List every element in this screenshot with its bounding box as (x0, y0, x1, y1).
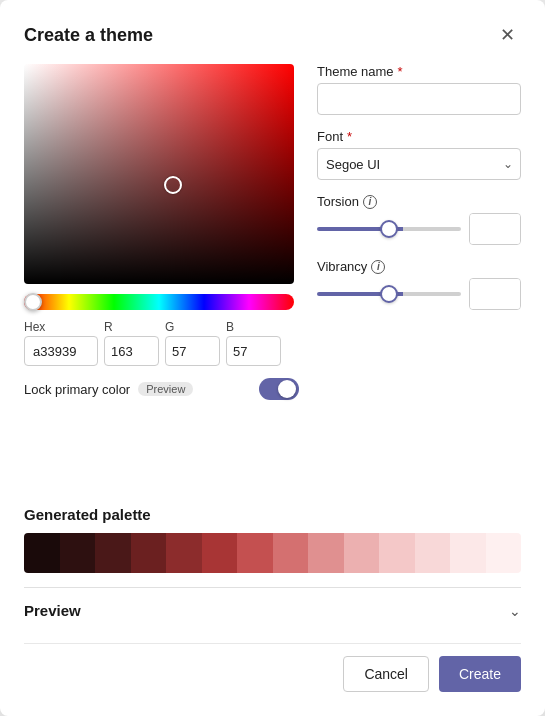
hex-label: Hex (24, 320, 98, 334)
close-button[interactable]: ✕ (494, 24, 521, 46)
hex-group: Hex (24, 320, 98, 366)
b-input[interactable] (226, 336, 281, 366)
vibrancy-value[interactable]: 0 (470, 279, 521, 309)
dialog-header: Create a theme ✕ (24, 24, 521, 46)
font-select[interactable]: Segoe UI Arial Calibri Times New Roman (317, 148, 521, 180)
font-select-wrap: Segoe UI Arial Calibri Times New Roman ⌄ (317, 148, 521, 180)
lock-primary-toggle[interactable] (259, 378, 299, 400)
font-required: * (347, 129, 352, 144)
palette-swatch (308, 533, 344, 573)
theme-name-label: Theme name * (317, 64, 521, 79)
vibrancy-field: Vibrancy i 0 ▲ ▼ (317, 259, 521, 310)
palette-swatch (202, 533, 238, 573)
torsion-slider[interactable] (317, 227, 461, 231)
color-picker-canvas[interactable] (24, 64, 294, 284)
preview-badge: Preview (138, 382, 193, 396)
torsion-field: Torsion i 0 ▲ ▼ (317, 194, 521, 245)
chevron-down-icon: ⌄ (509, 603, 521, 619)
palette-swatch (166, 533, 202, 573)
palette-swatch (379, 533, 415, 573)
right-panel: Theme name * Font * Segoe UI Arial Calib… (317, 64, 521, 488)
b-group: B (226, 320, 281, 366)
palette-swatch (95, 533, 131, 573)
palette-swatch (344, 533, 380, 573)
theme-name-required: * (398, 64, 403, 79)
g-label: G (165, 320, 220, 334)
create-theme-dialog: Create a theme ✕ Hex R (0, 0, 545, 716)
palette-swatch (486, 533, 522, 573)
vibrancy-slider[interactable] (317, 292, 461, 296)
palette-swatch (24, 533, 60, 573)
b-label: B (226, 320, 281, 334)
theme-name-field: Theme name * (317, 64, 521, 115)
r-group: R (104, 320, 159, 366)
font-label: Font * (317, 129, 521, 144)
palette-swatch (131, 533, 167, 573)
palette-swatch (450, 533, 486, 573)
torsion-slider-row: 0 ▲ ▼ (317, 213, 521, 245)
torsion-spinner: 0 ▲ ▼ (469, 213, 521, 245)
theme-name-input[interactable] (317, 83, 521, 115)
palette-swatch (415, 533, 451, 573)
vibrancy-slider-row: 0 ▲ ▼ (317, 278, 521, 310)
font-field: Font * Segoe UI Arial Calibri Times New … (317, 129, 521, 180)
dialog-footer: Cancel Create (24, 643, 521, 692)
hue-slider-wrap (24, 294, 294, 310)
torsion-value[interactable]: 0 (470, 214, 521, 244)
hex-rgb-row: Hex R G B (24, 320, 299, 366)
g-input[interactable] (165, 336, 220, 366)
palette-label: Generated palette (24, 506, 521, 523)
hex-input[interactable] (24, 336, 98, 366)
cancel-button[interactable]: Cancel (343, 656, 429, 692)
palette-swatch (237, 533, 273, 573)
preview-section: Preview ⌄ (24, 587, 521, 619)
preview-title: Preview (24, 602, 81, 619)
toggle-knob (278, 380, 296, 398)
main-content: Hex R G B Lock primary color (24, 64, 521, 488)
r-input[interactable] (104, 336, 159, 366)
left-panel: Hex R G B Lock primary color (24, 64, 299, 488)
torsion-label: Torsion i (317, 194, 521, 209)
palette-swatch (60, 533, 96, 573)
lock-primary-label: Lock primary color (24, 382, 130, 397)
g-group: G (165, 320, 220, 366)
vibrancy-label: Vibrancy i (317, 259, 521, 274)
vibrancy-info-icon[interactable]: i (371, 260, 385, 274)
hue-slider[interactable] (24, 294, 294, 310)
r-label: R (104, 320, 159, 334)
palette-row (24, 533, 521, 573)
palette-swatch (273, 533, 309, 573)
generated-palette-section: Generated palette (24, 506, 521, 573)
lock-primary-row: Lock primary color Preview (24, 378, 299, 400)
torsion-info-icon[interactable]: i (363, 195, 377, 209)
dialog-title: Create a theme (24, 25, 153, 46)
vibrancy-spinner: 0 ▲ ▼ (469, 278, 521, 310)
create-button[interactable]: Create (439, 656, 521, 692)
preview-header[interactable]: Preview ⌄ (24, 588, 521, 619)
